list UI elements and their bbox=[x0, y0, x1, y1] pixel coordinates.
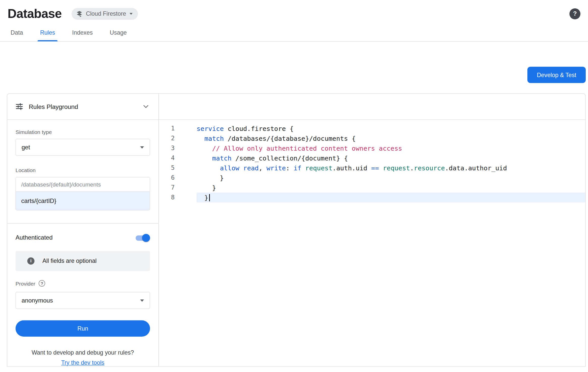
authenticated-row: Authenticated bbox=[16, 234, 150, 242]
dropdown-arrow-icon bbox=[140, 299, 144, 301]
line-number: 4 bbox=[159, 153, 197, 163]
header: Database Cloud Firestore ? bbox=[0, 0, 588, 24]
dropdown-arrow-icon bbox=[140, 146, 144, 148]
location-path-prefix: /databases/(default)/documents bbox=[16, 177, 150, 192]
code-line-1[interactable]: 1service cloud.firestore { bbox=[159, 124, 585, 133]
tab-bar: Data Rules Indexes Usage bbox=[0, 24, 588, 42]
dev-tools-question: Want to develop and debug your rules? bbox=[16, 349, 150, 356]
line-number: 2 bbox=[159, 133, 197, 143]
tab-data[interactable]: Data bbox=[8, 24, 26, 41]
firebase-database-page: Database Cloud Firestore ? Data Rules In… bbox=[0, 0, 588, 372]
simulation-type-label: Simulation type bbox=[16, 129, 150, 135]
playground-title: Rules Playground bbox=[29, 103, 78, 110]
code-line-3[interactable]: 3 // Allow only authenticated content ow… bbox=[159, 143, 585, 153]
line-number: 1 bbox=[159, 124, 197, 133]
provider-select[interactable]: anonymous bbox=[16, 292, 150, 309]
code-line-5[interactable]: 5 allow read, write: if request.auth.uid… bbox=[159, 163, 585, 173]
line-number: 6 bbox=[159, 173, 197, 183]
toggle-knob bbox=[142, 234, 150, 242]
line-number: 8 bbox=[159, 193, 197, 202]
database-selector-chip[interactable]: Cloud Firestore bbox=[71, 8, 138, 20]
provider-help-icon[interactable]: ? bbox=[39, 280, 45, 287]
location-label: Location bbox=[16, 167, 150, 173]
database-selector-label: Cloud Firestore bbox=[86, 10, 126, 17]
provider-value: anonymous bbox=[22, 297, 53, 304]
line-number: 5 bbox=[159, 163, 197, 173]
authenticated-label: Authenticated bbox=[16, 235, 53, 241]
tab-usage[interactable]: Usage bbox=[107, 24, 129, 41]
tab-rules[interactable]: Rules bbox=[37, 24, 58, 41]
provider-section: anonymous Run Want to develop and debug … bbox=[7, 287, 159, 366]
rules-card: Rules Playground Simulation type get Loc… bbox=[7, 93, 586, 367]
section-divider bbox=[7, 223, 159, 224]
info-icon: i bbox=[27, 257, 35, 265]
playground-header: Rules Playground bbox=[7, 94, 159, 120]
simulation-type-value: get bbox=[22, 144, 30, 151]
actions-row: Develop & Test bbox=[0, 67, 586, 83]
rules-code-editor: 1service cloud.firestore {2 match /datab… bbox=[159, 94, 585, 366]
chevron-down-icon bbox=[130, 13, 133, 15]
editor-header bbox=[159, 94, 585, 120]
location-input[interactable]: carts/{cartID} bbox=[16, 192, 150, 210]
run-button[interactable]: Run bbox=[16, 320, 150, 337]
authenticated-toggle[interactable] bbox=[135, 234, 150, 242]
collapse-panel-button[interactable] bbox=[142, 102, 150, 111]
provider-label: Provider bbox=[16, 280, 35, 286]
code-line-2[interactable]: 2 match /databases/{database}/documents … bbox=[159, 133, 585, 143]
page-title: Database bbox=[8, 7, 62, 21]
location-input-group: /databases/(default)/documents carts/{ca… bbox=[16, 177, 150, 211]
code-line-7[interactable]: 7 } bbox=[159, 183, 585, 193]
rules-playground-panel: Rules Playground Simulation type get Loc… bbox=[7, 94, 159, 366]
info-banner-text: All fields are optional bbox=[42, 258, 97, 264]
simulation-section: Simulation type get Location /databases/… bbox=[7, 120, 159, 211]
text-cursor bbox=[209, 194, 210, 201]
question-mark-icon: ? bbox=[573, 10, 577, 17]
develop-test-button[interactable]: Develop & Test bbox=[527, 67, 586, 83]
tune-icon bbox=[16, 103, 23, 110]
code-line-4[interactable]: 4 match /some_collection/{document} { bbox=[159, 153, 585, 163]
tab-indexes[interactable]: Indexes bbox=[69, 24, 95, 41]
firestore-icon bbox=[76, 10, 83, 17]
chevron-down-icon bbox=[142, 102, 150, 111]
code-line-6[interactable]: 6 } bbox=[159, 173, 585, 183]
code-line-8[interactable]: 8 } bbox=[159, 193, 585, 202]
code-lines[interactable]: 1service cloud.firestore {2 match /datab… bbox=[159, 120, 585, 366]
line-number: 7 bbox=[159, 183, 197, 193]
help-button[interactable]: ? bbox=[570, 8, 581, 19]
info-banner: i All fields are optional bbox=[16, 251, 150, 271]
simulation-type-select[interactable]: get bbox=[16, 139, 150, 156]
line-number: 3 bbox=[159, 143, 197, 153]
provider-row: Provider ? bbox=[16, 280, 150, 287]
dev-tools-link[interactable]: Try the dev tools bbox=[16, 359, 150, 366]
